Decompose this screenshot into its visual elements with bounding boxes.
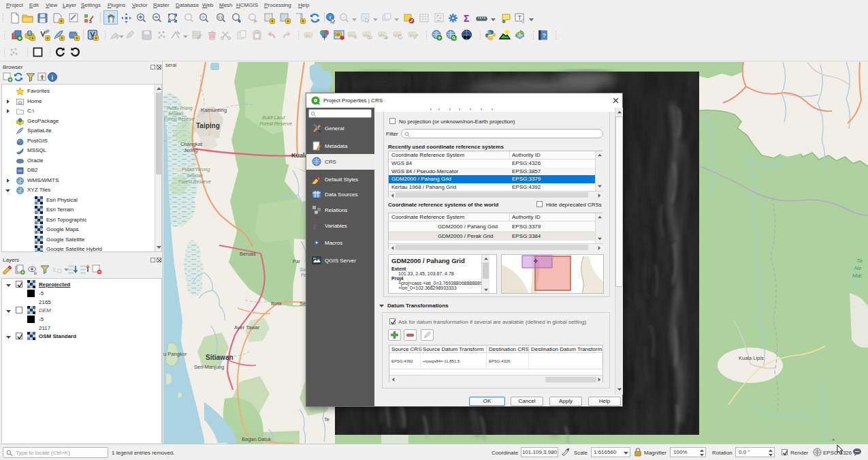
- svg-text:abc: abc: [306, 33, 312, 37]
- svg-text:Taiping: Taiping: [196, 122, 220, 129]
- svg-text:u Pangkor: u Pangkor: [163, 351, 187, 357]
- svg-text:Sitiawan: Sitiawan: [206, 354, 234, 361]
- svg-text:Kamunting: Kamunting: [201, 107, 227, 113]
- svg-text:+: +: [832, 437, 835, 443]
- svg-text:Pulau Terong: Pulau Terong: [182, 167, 210, 172]
- svg-text:Beruas: Beruas: [240, 251, 256, 257]
- svg-text:abc: abc: [409, 33, 415, 37]
- svg-text:serai: serai: [165, 62, 177, 68]
- svg-text:Mal: Mal: [852, 273, 861, 279]
- svg-text:i: i: [329, 14, 331, 20]
- svg-text:ab: ab: [336, 32, 340, 36]
- svg-text:Bukit Larut: Bukit Larut: [262, 115, 286, 120]
- svg-text:?: ?: [543, 32, 547, 39]
- svg-text:Kuala Lipis: Kuala Lipis: [739, 355, 764, 361]
- svg-text:Selatan: Selatan: [168, 111, 183, 116]
- svg-text:Bota: Bota: [271, 301, 282, 307]
- svg-text:1:1: 1:1: [218, 15, 223, 19]
- svg-text:Selatan: Selatan: [187, 173, 203, 178]
- svg-text:Ne: Ne: [854, 265, 862, 271]
- svg-text:T: T: [518, 14, 522, 21]
- svg-text:Pulau Telang: Pulau Telang: [167, 106, 193, 111]
- svg-text:abc: abc: [379, 33, 385, 37]
- svg-text:DB2: DB2: [18, 170, 22, 172]
- svg-text:Seri Manjung: Seri Manjung: [194, 364, 224, 370]
- svg-text:ε: ε: [313, 221, 317, 230]
- svg-text:Se: Se: [300, 301, 306, 307]
- svg-text:Forest Reserve: Forest Reserve: [178, 179, 211, 184]
- svg-text:Σ: Σ: [464, 13, 469, 24]
- svg-text:Forest Reserve: Forest Reserve: [164, 117, 195, 121]
- svg-text:Changkat: Changkat: [180, 141, 203, 147]
- svg-text:i: i: [52, 74, 54, 81]
- svg-text:Ayer Tawar: Ayer Tawar: [234, 324, 260, 331]
- svg-text:Forest Reserve: Forest Reserve: [259, 121, 292, 126]
- svg-text:Par: Par: [293, 259, 301, 264]
- svg-text:Bagan Datuk: Bagan Datuk: [242, 436, 272, 442]
- svg-text:Ta: Ta: [856, 258, 863, 264]
- svg-text:Te: Te: [324, 416, 329, 423]
- svg-text:Jering: Jering: [184, 147, 197, 153]
- svg-text:ε: ε: [53, 265, 57, 273]
- svg-text:a: a: [89, 19, 92, 24]
- svg-text:abc: abc: [349, 33, 355, 37]
